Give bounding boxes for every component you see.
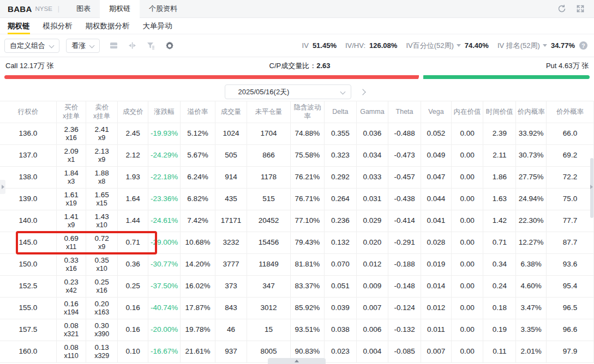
intrinsic-cell: 0.00 <box>451 276 483 298</box>
column-header[interactable]: 隐含波动率 <box>290 101 324 123</box>
arrow-up-icon <box>295 360 299 362</box>
last-cell: 0.10 <box>117 341 148 363</box>
expiry-date-row: 2025/05/16(2天) <box>0 83 594 101</box>
vega-cell: 0.012 <box>421 298 451 319</box>
column-header[interactable]: 时间价值 <box>483 101 516 123</box>
ask-cell: 0.72x9 <box>86 232 117 254</box>
options-chain-table: 行权价买价x挂单卖价x挂单成交价涨跌幅溢价率成交量未平仓量隐含波动率DeltaG… <box>0 101 594 364</box>
column-header[interactable]: 成交量 <box>215 101 247 123</box>
volume-cell: 17171 <box>215 210 247 232</box>
direction-dropdown[interactable]: 看涨 <box>66 39 100 53</box>
last-cell: 0.16 <box>117 319 148 341</box>
intrinsic-cell: 0.00 <box>451 210 483 232</box>
premium-cell: 6.24% <box>180 167 215 189</box>
table-row[interactable]: 150.00.33x160.35x100.36-30.77%14.20%3777… <box>0 254 594 276</box>
column-header[interactable]: Gamma <box>356 101 388 123</box>
gamma-cell: 0.012 <box>356 254 388 276</box>
ask-cell: 1.88x8 <box>86 167 117 189</box>
vega-cell: 0.047 <box>421 167 451 189</box>
next-expiry-button[interactable] <box>356 85 370 99</box>
table-row[interactable]: 145.00.69x110.72x90.71-29.00%10.68%32321… <box>0 232 594 254</box>
table-row[interactable]: 140.01.41x91.43x101.44-24.61%7.42%171712… <box>0 210 594 232</box>
otm-prob-cell: 69.2 <box>547 145 594 167</box>
right-panel-expander[interactable] <box>589 180 594 194</box>
open-interest-cell: 1704 <box>247 123 291 145</box>
vega-cell: 0.044 <box>421 189 451 210</box>
subnav-simulated-analysis[interactable]: 模拟分析 <box>43 18 73 34</box>
table-row[interactable]: 155.00.16x1940.20x1630.16-40.74%17.87%84… <box>0 298 594 319</box>
iv-value: 51.45% <box>313 41 337 50</box>
fullscreen-icon[interactable] <box>575 4 585 14</box>
table-row[interactable]: 157.50.08x3210.30x3900.16-20.00%19.78%46… <box>0 319 594 341</box>
ask-cell: 0.13x329 <box>86 341 117 363</box>
board-layout-icon[interactable] <box>109 40 119 51</box>
column-header[interactable]: Vega <box>421 101 451 123</box>
delta-cell: 0.264 <box>325 189 357 210</box>
column-header[interactable]: 价外概率 <box>547 101 594 123</box>
tab-chart[interactable]: 图表 <box>67 0 100 18</box>
collapse-handle[interactable] <box>268 358 326 364</box>
table-row[interactable]: 136.02.36x162.41x92.45-19.93%5.12%102417… <box>0 123 594 145</box>
filter-icon[interactable] <box>146 40 156 51</box>
tab-options-chain[interactable]: 期权链 <box>100 0 140 18</box>
theta-cell: -0.148 <box>388 276 421 298</box>
bid-cell: 0.08x321 <box>56 319 86 341</box>
column-header[interactable]: 价内概率 <box>516 101 547 123</box>
premium-cell: 5.67% <box>180 145 215 167</box>
column-header[interactable]: 卖价x挂单 <box>86 101 117 123</box>
column-header[interactable]: 溢价率 <box>180 101 215 123</box>
column-header[interactable]: 成交价 <box>117 101 148 123</box>
iv-percentile-label[interactable]: IV百分位(52周) <box>406 41 453 51</box>
gear-icon[interactable] <box>164 40 175 51</box>
column-header[interactable]: Delta <box>325 101 357 123</box>
last-cell: 0.16 <box>117 298 148 319</box>
left-panel-expander[interactable] <box>0 180 5 194</box>
custom-combo-dropdown[interactable]: 自定义组合 <box>4 39 59 53</box>
table-row[interactable]: 152.50.23x420.25x160.25-37.50%16.02%3733… <box>0 276 594 298</box>
stock-symbol: BABA <box>8 4 32 14</box>
itm-prob-cell: 30.73% <box>516 145 547 167</box>
otm-prob-cell: 66.0 <box>547 123 594 145</box>
sub-nav: 期权链 模拟分析 期权数据分析 大单异动 <box>0 18 594 34</box>
ask-cell: 2.41x9 <box>86 123 117 145</box>
ask-cell: 0.25x16 <box>86 276 117 298</box>
open-interest-cell: 1178 <box>247 167 291 189</box>
change-cell: -24.61% <box>148 210 181 232</box>
otm-prob-cell: 77.7 <box>547 210 594 232</box>
caret-down-icon[interactable] <box>543 44 547 47</box>
time-value-cell: 0.19 <box>483 319 516 341</box>
refresh-icon[interactable] <box>557 4 567 14</box>
column-header[interactable]: Theta <box>388 101 421 123</box>
table-row[interactable]: 137.02.09x12.13x92.12-24.29%5.67%5058667… <box>0 145 594 167</box>
ask-cell: 0.30x390 <box>86 319 117 341</box>
subnav-options-chain[interactable]: 期权链 <box>8 18 30 34</box>
subnav-big-order-moves[interactable]: 大单异动 <box>143 18 172 34</box>
column-header[interactable]: 内在价值 <box>451 101 483 123</box>
call-volume-label: Call 12.17万 张 <box>5 61 53 71</box>
mirror-icon[interactable] <box>127 40 137 51</box>
put-bar-segment <box>423 75 590 79</box>
gamma-cell: 0.036 <box>356 123 388 145</box>
strike-cell: 139.0 <box>0 189 56 210</box>
caret-down-icon[interactable] <box>457 44 461 47</box>
ask-cell: 1.65x15 <box>86 189 117 210</box>
change-cell: -40.74% <box>148 298 181 319</box>
iv-stats: IV 51.45% IV/HV: 126.08% IV百分位(52周) 74.4… <box>293 41 587 51</box>
table-row[interactable]: 139.01.61x191.65x151.64-23.36%6.82%43551… <box>0 189 594 210</box>
iv-cell: 76.21% <box>290 167 324 189</box>
column-header[interactable]: 买价x挂单 <box>56 101 86 123</box>
bid-cell: 1.84x3 <box>56 167 86 189</box>
otm-prob-cell: 96.5 <box>547 298 594 319</box>
column-header[interactable]: 行权价 <box>0 101 56 123</box>
table-row[interactable]: 138.01.84x31.88x81.93-22.18%6.24%9141178… <box>0 167 594 189</box>
subnav-options-data-analysis[interactable]: 期权数据分析 <box>86 18 130 34</box>
iv-rank-label[interactable]: IV 排名(52周) <box>497 41 540 51</box>
intrinsic-cell: 0.00 <box>451 123 483 145</box>
column-header[interactable]: 涨跌幅 <box>148 101 181 123</box>
expiry-date-dropdown[interactable]: 2025/05/16(2天) <box>225 84 351 99</box>
ask-cell: 1.43x10 <box>86 210 117 232</box>
tab-stock-profile[interactable]: 个股资料 <box>140 0 187 18</box>
help-icon[interactable]: ? <box>579 41 587 50</box>
column-header[interactable]: 未平仓量 <box>247 101 291 123</box>
chevron-right-icon <box>359 89 365 95</box>
